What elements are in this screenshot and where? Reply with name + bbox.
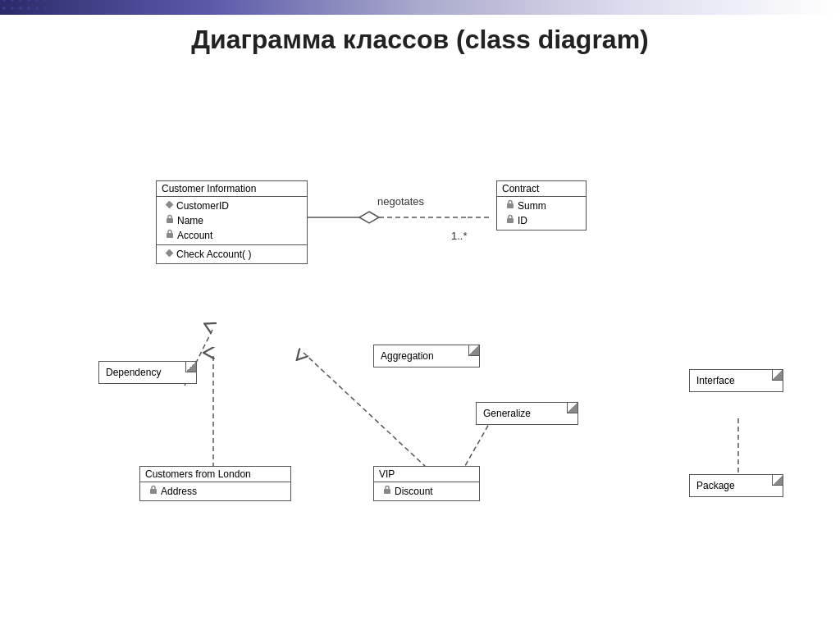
- vip-body: Discount: [374, 482, 479, 500]
- vip-header: VIP: [374, 467, 479, 482]
- top-bar: [0, 0, 840, 15]
- aggregation-note: Aggregation: [373, 345, 480, 368]
- field-discount: Discount: [379, 484, 474, 499]
- customer-information-footer: Check Account( ): [157, 244, 307, 263]
- svg-rect-12: [167, 233, 173, 238]
- lock-icon-summ: [505, 199, 515, 212]
- top-bar-dots: [0, 0, 49, 15]
- method-checkaccount: Check Account( ): [162, 247, 302, 262]
- customers-london-body: Address: [140, 482, 290, 500]
- negotates-label: negotates: [377, 195, 424, 208]
- field-address: Address: [145, 484, 285, 499]
- svg-rect-14: [507, 203, 514, 208]
- customer-information-class: Customer Information CustomerID Name: [156, 180, 308, 264]
- lock-icon-address: [148, 485, 158, 498]
- interface-note: Interface: [689, 369, 783, 392]
- connections-svg: [49, 74, 824, 614]
- interface-label: Interface: [696, 375, 735, 386]
- svg-marker-2: [359, 212, 379, 223]
- svg-rect-16: [150, 489, 157, 494]
- uml-diagram: Customer Information CustomerID Name: [49, 74, 824, 614]
- diamond-icon-method: [165, 248, 174, 261]
- svg-rect-15: [507, 218, 514, 223]
- field-customerid: CustomerID: [162, 199, 302, 213]
- dependency-label: Dependency: [106, 367, 161, 378]
- customers-london-header: Customers from London: [140, 467, 290, 482]
- lock-icon-account: [165, 229, 175, 242]
- aggregation-label: Aggregation: [381, 350, 434, 362]
- package-note: Package: [689, 474, 783, 497]
- svg-rect-17: [384, 489, 390, 494]
- field-summ: Summ: [502, 199, 581, 213]
- svg-rect-11: [167, 218, 173, 223]
- package-label: Package: [696, 480, 735, 491]
- field-name: Name: [162, 213, 302, 228]
- customer-information-header: Customer Information: [157, 181, 307, 197]
- contract-class: Contract Summ ID: [496, 180, 587, 231]
- page-title: Диаграмма классов (class diagram): [0, 25, 840, 55]
- svg-marker-13: [166, 249, 173, 257]
- dependency-note: Dependency: [98, 361, 197, 384]
- lock-icon-name: [165, 214, 175, 227]
- svg-line-6: [304, 353, 427, 468]
- diamond-icon-customerid: [165, 199, 174, 212]
- lock-icon-discount: [382, 485, 392, 498]
- generalize-note: Generalize: [476, 402, 578, 425]
- multiplicity-label: 1..*: [451, 230, 468, 242]
- field-account: Account: [162, 228, 302, 243]
- field-id: ID: [502, 213, 581, 228]
- customers-london-class: Customers from London Address: [139, 466, 291, 501]
- svg-marker-10: [166, 201, 173, 208]
- contract-body: Summ ID: [497, 197, 586, 230]
- contract-header: Contract: [497, 181, 586, 197]
- vip-class: VIP Discount: [373, 466, 480, 501]
- lock-icon-id: [505, 214, 515, 227]
- customer-information-body: CustomerID Name Account: [157, 197, 307, 244]
- generalize-label: Generalize: [483, 408, 531, 419]
